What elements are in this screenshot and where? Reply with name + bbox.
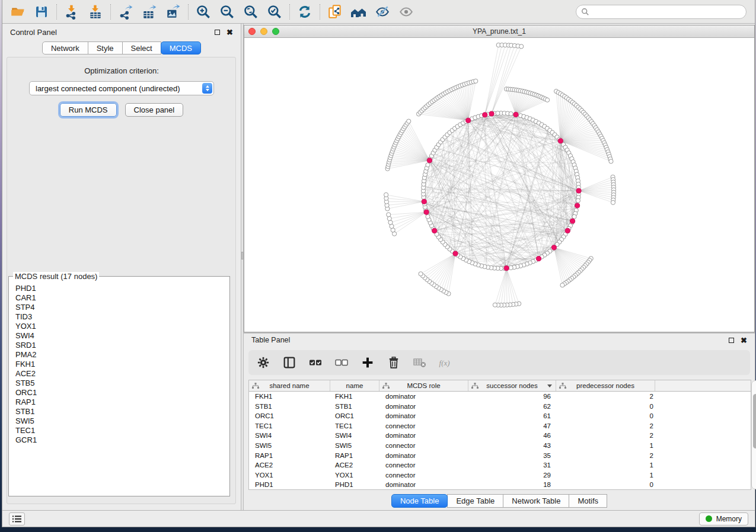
- first-neighbors-button[interactable]: [347, 2, 371, 21]
- run-mcds-button[interactable]: Run MCDS: [60, 103, 117, 117]
- deselect-all-button[interactable]: [334, 355, 349, 370]
- node-table-body: FKH1FKH1dominator962STB1STB1dominator620…: [249, 392, 751, 489]
- tab-style[interactable]: Style: [88, 41, 123, 55]
- show-columns-button[interactable]: [282, 355, 297, 370]
- list-item[interactable]: CAR1: [15, 293, 227, 303]
- table-cell: RAP1: [330, 452, 379, 459]
- list-item[interactable]: PMA2: [15, 350, 227, 360]
- table-cell: ORC1: [249, 412, 330, 419]
- table-row[interactable]: SWI4SWI4dominator462: [249, 431, 751, 441]
- select-all-button[interactable]: [308, 355, 323, 370]
- delete-table-button[interactable]: [412, 355, 428, 370]
- table-row[interactable]: PHD1PHD1dominator180: [249, 480, 751, 490]
- tab-node-table[interactable]: Node Table: [391, 494, 448, 508]
- table-cell: connector: [379, 442, 468, 449]
- eye-icon: [398, 4, 414, 20]
- list-item[interactable]: PHD1: [15, 284, 227, 293]
- search-box: [576, 5, 747, 19]
- export-network-button[interactable]: [114, 2, 138, 21]
- refresh-button[interactable]: [293, 2, 317, 21]
- table-scrollbar[interactable]: [751, 380, 756, 489]
- splitter-grip[interactable]: [241, 252, 243, 259]
- tab-network-table[interactable]: Network Table: [503, 494, 569, 508]
- table-cell: 1: [556, 462, 655, 469]
- clone-network-button[interactable]: [323, 2, 347, 21]
- task-history-button[interactable]: [9, 512, 25, 525]
- close-panel-icon[interactable]: ✖: [741, 338, 747, 343]
- zoom-out-button[interactable]: [215, 2, 239, 21]
- list-item[interactable]: TID3: [15, 312, 227, 322]
- table-row[interactable]: STB1STB1dominator620: [249, 402, 751, 412]
- zoom-selected-button[interactable]: [263, 2, 286, 21]
- mcds-result-title: MCDS result (17 nodes): [13, 272, 99, 281]
- import-table-button[interactable]: [84, 2, 107, 21]
- list-item[interactable]: SWI4: [15, 331, 227, 341]
- table-row[interactable]: ORC1ORC1dominator610: [249, 411, 751, 421]
- window-maximize-icon[interactable]: [272, 28, 279, 35]
- table-cell: 1: [556, 442, 655, 449]
- list-item[interactable]: GCR1: [15, 435, 227, 445]
- mcds-result-list[interactable]: PHD1CAR1STP4TID3YOX1SWI4SRD1PMA2FKH1ACE2…: [15, 284, 227, 493]
- tab-mcds[interactable]: MCDS: [161, 41, 201, 55]
- table-settings-button[interactable]: [256, 355, 271, 370]
- window-close-icon[interactable]: [248, 28, 256, 35]
- tab-edge-table[interactable]: Edge Table: [447, 494, 503, 508]
- network-canvas[interactable]: [244, 38, 754, 332]
- list-item[interactable]: STB1: [15, 407, 227, 416]
- close-panel-button[interactable]: Close panel: [125, 103, 184, 117]
- window-minimize-icon[interactable]: [260, 28, 267, 35]
- memory-button[interactable]: Memory: [699, 512, 748, 525]
- float-panel-icon[interactable]: [729, 338, 734, 343]
- trash-icon: [388, 357, 400, 368]
- table-row[interactable]: FKH1FKH1dominator962: [249, 392, 751, 402]
- criterion-dropdown[interactable]: largest connected component (undirected): [29, 81, 214, 95]
- column-header-mcds-role[interactable]: MCDS role: [379, 380, 468, 391]
- table-row[interactable]: ACE2ACE2connector311: [249, 460, 751, 470]
- float-panel-icon[interactable]: [215, 30, 220, 35]
- hide-selected-button[interactable]: [371, 2, 394, 21]
- import-network-button[interactable]: [60, 2, 84, 21]
- table-cell: ACE2: [249, 462, 330, 469]
- table-row[interactable]: SWI5SWI5connector431: [249, 441, 751, 451]
- open-file-button[interactable]: [6, 2, 30, 21]
- save-session-button[interactable]: [30, 2, 53, 21]
- list-item[interactable]: YOX1: [15, 322, 227, 331]
- network-window-titlebar[interactable]: YPA_prune.txt_1: [244, 25, 754, 38]
- column-header-shared-name[interactable]: shared name: [249, 380, 330, 391]
- list-item[interactable]: ACE2: [15, 369, 227, 379]
- add-column-button[interactable]: [360, 355, 375, 370]
- list-item[interactable]: TEC1: [15, 426, 227, 435]
- tab-motifs[interactable]: Motifs: [569, 494, 607, 508]
- tab-select[interactable]: Select: [122, 41, 161, 55]
- table-row[interactable]: RAP1RAP1dominator352: [249, 450, 751, 460]
- zoom-in-button[interactable]: [192, 2, 215, 21]
- columns-icon: [283, 357, 295, 368]
- table-cell: YOX1: [330, 472, 379, 479]
- list-item[interactable]: STP4: [15, 303, 227, 312]
- list-item[interactable]: FKH1: [15, 360, 227, 369]
- show-all-button[interactable]: [394, 2, 418, 21]
- table-row[interactable]: TEC1TEC1connector472: [249, 421, 751, 431]
- list-item[interactable]: RAP1: [15, 398, 227, 407]
- column-label: successor nodes: [486, 382, 537, 389]
- list-item[interactable]: SWI5: [15, 416, 227, 426]
- memory-status-icon: [706, 515, 712, 522]
- save-floppy-icon: [34, 5, 49, 19]
- export-table-button[interactable]: [138, 2, 161, 21]
- list-item[interactable]: ORC1: [15, 388, 227, 398]
- list-item[interactable]: SRD1: [15, 341, 227, 350]
- function-builder-button[interactable]: f(x): [438, 355, 454, 370]
- column-header-successor-nodes[interactable]: successor nodes: [468, 380, 556, 391]
- export-image-button[interactable]: [161, 2, 185, 21]
- table-cell: ACE2: [330, 462, 379, 469]
- tab-network[interactable]: Network: [42, 41, 88, 55]
- column-header-name[interactable]: name: [330, 380, 379, 391]
- search-input[interactable]: [589, 8, 741, 16]
- list-item[interactable]: STB5: [15, 379, 227, 388]
- close-panel-icon[interactable]: ✖: [227, 30, 233, 35]
- column-header-predecessor-nodes[interactable]: predecessor nodes: [556, 380, 655, 391]
- table-row[interactable]: YOX1YOX1connector291: [249, 470, 751, 480]
- delete-column-button[interactable]: [386, 355, 401, 370]
- zoom-fit-button[interactable]: [239, 2, 263, 21]
- table-scrollbar-thumb[interactable]: [753, 394, 756, 448]
